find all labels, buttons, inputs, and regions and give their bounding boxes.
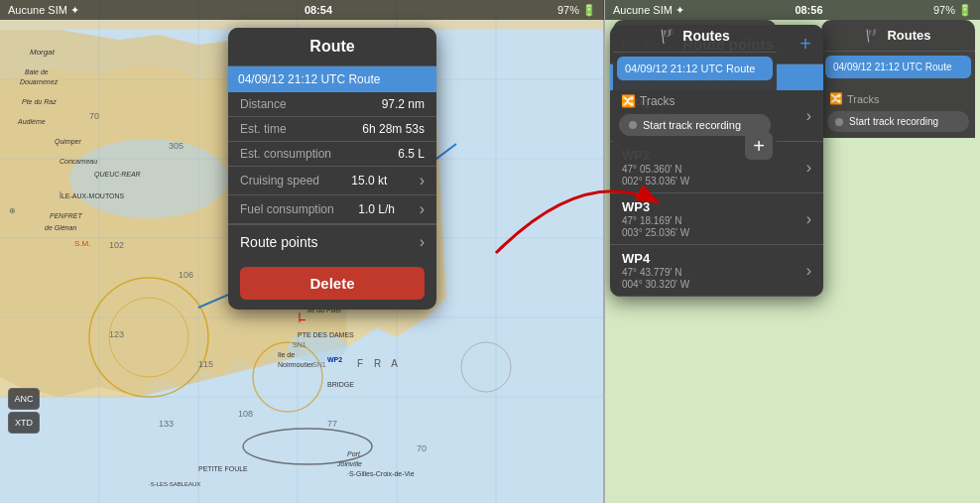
tracks-icon-left: 🔀 <box>621 94 636 108</box>
routes-sidebar-right: 🏴 Routes 04/09/12 21:12 UTC Route 🔀 Trac… <box>821 20 975 138</box>
wp3-row[interactable]: WP3 47° 18.169' N 003° 25.036' W › <box>610 193 823 245</box>
svg-text:Port: Port <box>347 450 361 457</box>
route-header-bar: 04/09/12 21:12 UTC Route <box>228 66 436 92</box>
carrier-label: Aucune SIM ✦ <box>8 4 79 17</box>
cruising-speed-label: Cruising speed <box>240 174 319 188</box>
wp4-info: WP4 47° 43.779' N 004° 30.320' W <box>622 251 689 290</box>
svg-text:Audième: Audième <box>17 118 46 125</box>
svg-text:Baie de: Baie de <box>25 68 49 75</box>
svg-text:ÎLE-AUX-MOUTONS: ÎLE-AUX-MOUTONS <box>59 191 125 199</box>
svg-text:WP2: WP2 <box>327 356 342 363</box>
est-consumption-label: Est. consumption <box>240 147 331 161</box>
wp3-name: WP3 <box>622 199 689 214</box>
wp4-row[interactable]: WP4 47° 43.779' N 004° 30.320' W › <box>610 245 823 297</box>
tracks-title-left: 🔀 Tracks <box>619 90 771 112</box>
wp4-lat: 47° 43.779' N <box>622 267 689 278</box>
distance-value: 97.2 nm <box>382 97 425 111</box>
svg-text:·S-Gilles-Croix-de-Vie: ·S-Gilles-Croix-de-Vie <box>347 470 415 477</box>
track-dot-right <box>835 118 843 126</box>
svg-text:·S-LES·SABLEAUX: ·S-LES·SABLEAUX <box>149 481 200 487</box>
wp4-chevron-icon: › <box>806 262 811 280</box>
svg-text:Morgat: Morgat <box>30 48 56 57</box>
est-time-value: 6h 28m 53s <box>362 122 425 136</box>
svg-text:115: 115 <box>198 359 213 369</box>
est-consumption-value: 6.5 L <box>398 147 425 161</box>
carrier-label-right: Aucune SIM ✦ <box>613 4 684 17</box>
time-label: 08:54 <box>305 4 332 16</box>
svg-point-1 <box>69 139 228 218</box>
svg-text:102: 102 <box>109 240 124 250</box>
svg-text:Concarneau: Concarneau <box>60 158 97 165</box>
route-item-right[interactable]: 04/09/12 21:12 UTC Route <box>825 56 971 78</box>
routes-title-left: 🏴 Routes <box>613 20 777 53</box>
tracks-section-left: 🔀 Tracks Start track recording + <box>613 84 777 164</box>
routes-flag-icon-left: 🏴 <box>660 28 676 44</box>
wp2-lon: 002° 53.036' W <box>622 176 689 187</box>
fuel-consumption-value: 1.0 L/h <box>358 202 395 216</box>
wp2-chevron-icon: › <box>806 159 811 177</box>
wp1-chevron-icon: › <box>806 107 811 125</box>
svg-text:⊕: ⊕ <box>9 206 16 215</box>
map-controls: ANC XTD <box>8 388 40 434</box>
svg-text:QUEUC·REAR: QUEUC·REAR <box>94 171 141 179</box>
track-dot-left <box>629 121 637 129</box>
svg-text:305: 305 <box>169 141 184 151</box>
cruising-speed-row[interactable]: Cruising speed 15.0 kt <box>228 167 436 195</box>
wp4-name: WP4 <box>622 251 689 266</box>
battery-label: 97% 🔋 <box>557 4 596 17</box>
wp3-lon: 003° 25.036' W <box>622 227 689 238</box>
tracks-icon-right: 🔀 <box>829 92 843 105</box>
routes-sidebar-left: 🏴 Routes 04/09/12 21:12 UTC Route 🔀 Trac… <box>613 20 777 164</box>
xtd-button[interactable]: XTD <box>8 412 40 434</box>
fuel-consumption-row[interactable]: Fuel consumption 1.0 L/h <box>228 195 436 224</box>
svg-text:Pte du Raz: Pte du Raz <box>22 98 57 105</box>
svg-text:S.M.: S.M. <box>74 239 90 248</box>
est-time-row: Est. time 6h 28m 53s <box>228 117 436 142</box>
route-item-left[interactable]: 04/09/12 21:12 UTC Route <box>617 57 773 80</box>
time-label-right: 08:56 <box>795 4 822 16</box>
routes-title-right: 🏴 Routes <box>821 20 975 52</box>
svg-text:Ile de: Ile de <box>278 351 295 358</box>
svg-text:PENFRET: PENFRET <box>50 212 82 219</box>
route-points-row[interactable]: Route points <box>228 224 436 259</box>
svg-text:SN1: SN1 <box>293 341 306 348</box>
svg-text:106: 106 <box>179 270 193 280</box>
est-time-label: Est. time <box>240 122 287 136</box>
anc-button[interactable]: ANC <box>8 388 40 410</box>
rp-add-button[interactable]: + <box>799 33 811 56</box>
svg-text:70: 70 <box>89 111 99 121</box>
tracks-section-right: 🔀 Tracks Start track recording <box>821 82 975 138</box>
route-dialog: Route 04/09/12 21:12 UTC Route Distance … <box>228 28 436 310</box>
route-dialog-title: Route <box>228 28 436 66</box>
routes-flag-icon-right: 🏴 <box>865 28 881 43</box>
add-button-left[interactable]: + <box>745 132 773 160</box>
svg-text:BRIDGE: BRIDGE <box>327 381 354 388</box>
svg-text:Douarnenez: Douarnenez <box>20 78 59 85</box>
battery-label-right: 97% 🔋 <box>933 4 972 17</box>
est-consumption-row: Est. consumption 6.5 L <box>228 142 436 167</box>
wp3-chevron-icon: › <box>806 210 811 228</box>
svg-text:133: 133 <box>159 419 174 429</box>
distance-row: Distance 97.2 nm <box>228 92 436 117</box>
svg-text:Noirmoutier: Noirmoutier <box>278 361 314 368</box>
wp3-lat: 47° 18.169' N <box>622 215 689 226</box>
svg-rect-90 <box>300 319 306 320</box>
svg-text:Quimper: Quimper <box>55 138 82 146</box>
tracks-title-right: 🔀 Tracks <box>827 88 969 109</box>
delete-button[interactable]: Delete <box>240 267 425 300</box>
svg-text:de Glénan: de Glénan <box>45 224 76 231</box>
svg-text:77: 77 <box>327 419 337 429</box>
wp2-lat: 47° 05.360' N <box>622 164 689 175</box>
svg-text:70: 70 <box>417 443 427 453</box>
svg-text:SN1: SN1 <box>312 361 326 368</box>
wp3-info: WP3 47° 18.169' N 003° 25.036' W <box>622 199 689 238</box>
svg-text:123: 123 <box>109 329 124 339</box>
svg-text:F R A: F R A <box>357 358 402 369</box>
fuel-consumption-label: Fuel consumption <box>240 202 334 216</box>
status-bar-right: Aucune SIM ✦ 08:56 97% 🔋 <box>605 0 980 20</box>
status-bar-left: Aucune SIM ✦ 08:54 97% 🔋 <box>0 0 604 20</box>
svg-text:PTE DES DAMES: PTE DES DAMES <box>298 331 354 338</box>
start-track-button-right[interactable]: Start track recording <box>827 111 969 132</box>
wp4-lon: 004° 30.320' W <box>622 279 689 290</box>
svg-text:108: 108 <box>238 409 253 419</box>
